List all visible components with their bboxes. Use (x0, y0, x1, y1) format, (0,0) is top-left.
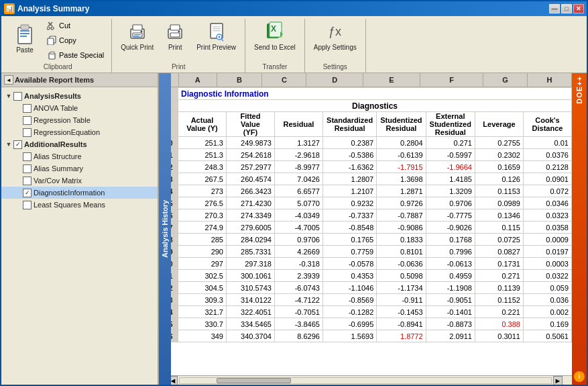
svg-point-7 (47, 27, 50, 30)
col-header-g[interactable]: G (483, 73, 528, 87)
section-header-cell: Diagnostic Information (178, 88, 572, 100)
quick-print-button[interactable]: Quick Print (116, 19, 158, 54)
col-header-row: A B C D E F G H (159, 73, 572, 87)
analysis-results-checkbox[interactable] (13, 92, 22, 101)
anova-checkbox[interactable] (23, 104, 32, 113)
diagnostic-checkbox[interactable] (23, 189, 32, 197)
transfer-label: Transfer (249, 62, 300, 73)
quick-print-icon (127, 21, 148, 42)
svg-rect-4 (20, 36, 27, 37)
svg-point-22 (178, 31, 180, 33)
col-header-e[interactable]: E (363, 73, 420, 87)
svg-point-28 (218, 36, 220, 38)
doe-icon[interactable]: i (574, 371, 585, 382)
sidebar-collapse-button[interactable]: ◄ (4, 75, 13, 85)
anova-label: ANOVA Table (34, 104, 78, 112)
table-row: 15 276.5 271.4230 5.0770 0.9232 0.9726 0… (160, 197, 572, 209)
print-button[interactable]: Print (160, 19, 190, 54)
analysis-results-label: AnalysisResults (24, 92, 81, 100)
table-row: 18 285 284.0294 0.9706 0.1765 0.1833 0.1… (160, 234, 572, 246)
print-buttons: Quick Print Print (116, 19, 241, 62)
title-buttons: — □ ✕ (549, 4, 584, 13)
sidebar-item-least-squares[interactable]: Least Squares Means (1, 199, 158, 211)
data-area: A B C D E F G H 7 Diagnostic Information (159, 73, 572, 385)
table-row: 19 290 285.7331 4.2669 0.7759 0.8101 0.7… (160, 246, 572, 258)
copy-button[interactable]: Copy (43, 34, 107, 47)
settings-buttons: ƒx Apply Settings (309, 19, 361, 62)
data-scroll[interactable]: 7 Diagnostic Information 8 Diagnostics 9… (159, 87, 572, 375)
print-preview-icon (206, 21, 227, 42)
table-row: 22 304.5 310.5743 -6.0743 -1.1046 -1.173… (160, 282, 572, 294)
sidebar-item-alias-structure[interactable]: Alias Structure (1, 150, 158, 162)
table-row: 11 251.3 254.2618 -2.9618 -0.5386 -0.613… (160, 149, 572, 161)
close-button[interactable]: ✕ (573, 4, 584, 13)
print-preview-button[interactable]: Print Preview (192, 19, 241, 54)
cut-label: Cut (59, 21, 70, 30)
apply-settings-label: Apply Settings (314, 44, 357, 52)
transfer-buttons: X Send to Excel (249, 19, 300, 62)
sidebar-item-alias-summary[interactable]: Alias Summary (1, 162, 158, 175)
col-label-c: Residual (274, 112, 322, 137)
svg-rect-18 (134, 36, 139, 38)
sidebar-tree: ▼ AnalysisResults ANOVA Table Regression… (1, 87, 158, 385)
scroll-right-button[interactable]: ► (553, 376, 563, 385)
scrollbar-track[interactable] (179, 377, 552, 384)
horizontal-scrollbar[interactable]: ◄ ► (159, 375, 572, 385)
regression-table-label: Regression Table (34, 116, 91, 124)
svg-rect-21 (170, 33, 180, 37)
sidebar-item-anova-table[interactable]: ANOVA Table (1, 102, 158, 114)
sidebar-item-regression-table[interactable]: Regression Table (1, 114, 158, 126)
maximize-button[interactable]: □ (561, 4, 572, 13)
sidebar-item-varcov-matrix[interactable]: Var/Cov Matrix (1, 175, 158, 187)
minimize-button[interactable]: — (549, 4, 560, 13)
cut-button[interactable]: Cut (43, 19, 107, 32)
varcov-checkbox[interactable] (23, 177, 32, 185)
additional-results-checkbox[interactable] (13, 140, 22, 149)
leaf-icon5 (13, 164, 23, 173)
sidebar-title: Available Report Items (15, 76, 94, 84)
main-window: 📊 Analysis Summary — □ ✕ (0, 0, 588, 386)
table-row: 14 273 266.3423 6.6577 1.2107 1.2871 1.3… (160, 185, 572, 197)
sidebar-header: ◄ Available Report Items (1, 73, 158, 87)
table-row: 23 309.3 314.0122 -4.7122 -0.8569 -0.911… (160, 294, 572, 306)
paste-button[interactable]: Paste (8, 19, 42, 56)
leaf-icon6 (13, 176, 23, 185)
print-icon (164, 21, 186, 42)
scrollbar-thumb[interactable] (217, 378, 291, 383)
doe-label: DOE++ (575, 76, 583, 104)
paste-special-label: Paste Special (59, 51, 104, 59)
col-label-h: Cook'sDistance (523, 112, 571, 137)
paste-special-button[interactable]: Paste Special (43, 48, 107, 62)
col-header-a[interactable]: A (179, 73, 217, 87)
copy-icon (46, 35, 57, 46)
table-row: 25 330.7 334.5465 -3.8465 -0.6995 -0.894… (160, 318, 572, 330)
analysis-history-tab[interactable]: Analysis History (159, 73, 171, 385)
sidebar-item-additional-results[interactable]: ▼ AdditionalResults (1, 138, 158, 150)
transfer-group: X Send to Excel Transfer (245, 19, 305, 73)
col-header-f[interactable]: F (420, 73, 483, 87)
alias-summary-checkbox[interactable] (23, 164, 32, 173)
table-row: 12 248.3 257.2977 -8.9977 -1.6362 -1.791… (160, 161, 572, 173)
alias-structure-checkbox[interactable] (23, 152, 32, 161)
regression-table-checkbox[interactable] (23, 116, 32, 125)
col-header-c[interactable]: C (262, 73, 306, 87)
least-squares-checkbox[interactable] (23, 201, 32, 209)
regression-equation-checkbox[interactable] (23, 128, 32, 137)
send-to-excel-button[interactable]: X Send to Excel (249, 19, 300, 54)
sidebar-item-regression-equation[interactable]: RegressionEquation (1, 126, 158, 138)
sidebar-item-diagnostic-information[interactable]: DiagnosticInformation (1, 187, 158, 199)
col-header-h[interactable]: H (528, 73, 572, 87)
print-label: Print (168, 44, 182, 52)
apply-settings-button[interactable]: ƒx Apply Settings (309, 19, 361, 54)
leaf-icon7 (13, 188, 23, 197)
svg-rect-26 (213, 30, 221, 32)
sidebar-item-analysis-results[interactable]: ▼ AnalysisResults (1, 90, 158, 102)
svg-rect-14 (133, 25, 142, 30)
svg-point-8 (51, 27, 54, 30)
send-to-excel-label: Send to Excel (254, 44, 296, 52)
table-row: 26 349 340.3704 8.6296 1.5693 1.8772 2.0… (160, 330, 572, 342)
col-header-b[interactable]: B (217, 73, 263, 87)
additional-results-label: AdditionalResults (24, 140, 87, 148)
least-squares-label: Least Squares Means (34, 201, 105, 209)
col-header-d[interactable]: D (306, 73, 363, 87)
